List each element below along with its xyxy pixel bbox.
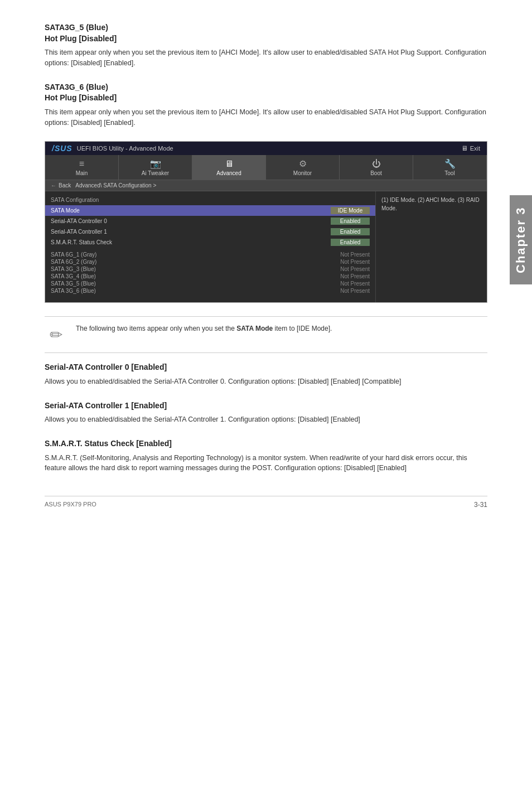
boot-icon: ⏻ [372, 159, 381, 169]
device-status-4: Not Present [340, 281, 370, 287]
nav-advanced[interactable]: 🖥 Advanced [192, 155, 266, 180]
device-row-2: SATA 3G_3 (Blue) Not Present [51, 265, 370, 273]
bios-title: UEFI BIOS Utility - Advanced Mode [77, 145, 173, 152]
nav-advanced-label: Advanced [216, 170, 241, 176]
sata3g5-title: SATA3G_5 (Blue)Hot Plug [Disabled] [45, 22, 487, 44]
main-icon: ≡ [79, 159, 84, 169]
bios-header-left: /SUS UEFI BIOS Utility - Advanced Mode [52, 144, 173, 153]
nav-monitor-label: Monitor [293, 170, 312, 176]
nav-monitor[interactable]: ⚙ Monitor [266, 155, 340, 180]
device-label-5: SATA 3G_6 (Blue) [51, 288, 96, 294]
sata-mode-value: IDE Mode [331, 207, 370, 214]
device-label-4: SATA 3G_5 (Blue) [51, 281, 96, 287]
device-label-2: SATA 3G_3 (Blue) [51, 266, 96, 272]
ai-tweaker-icon: 📷 [150, 158, 161, 169]
serial-ata-1-body: Allows you to enabled/disabled the Seria… [45, 414, 487, 425]
bios-exit-button[interactable]: 🖥 Exit [461, 144, 480, 152]
tool-icon: 🔧 [444, 158, 456, 169]
breadcrumb-back[interactable]: Back [59, 182, 71, 189]
sata-ctrl1-value: Enabled [331, 228, 370, 235]
bios-device-list: SATA 6G_1 (Gray) Not Present SATA 6G_2 (… [45, 248, 375, 298]
bios-row-smart[interactable]: S.M.A.R.T. Status Check Enabled [45, 237, 375, 248]
device-row-5: SATA 3G_6 (Blue) Not Present [51, 287, 370, 294]
back-arrow-icon: ← [51, 182, 56, 189]
smart-status-title: S.M.A.R.T. Status Check [Enabled] [45, 438, 487, 450]
section-sata3g6: SATA3G_6 (Blue)Hot Plug [Disabled] This … [45, 82, 487, 128]
device-status-3: Not Present [340, 273, 370, 279]
note-pencil-icon: ✏ [45, 323, 67, 346]
footer-product: ASUS P9X79 PRO [45, 501, 96, 509]
note-bold: SATA Mode [236, 325, 273, 332]
bios-row-sata-mode[interactable]: SATA Mode IDE Mode [45, 205, 375, 216]
note-box: ✏ The following two items appear only wh… [45, 316, 487, 353]
bios-section-label: SATA Configuration [45, 196, 375, 204]
bios-screenshot: /SUS UEFI BIOS Utility - Advanced Mode 🖥… [45, 141, 487, 303]
section-sata3g5: SATA3G_5 (Blue)Hot Plug [Disabled] This … [45, 22, 487, 69]
sata3g6-title: SATA3G_6 (Blue)Hot Plug [Disabled] [45, 82, 487, 104]
note-text-before: The following two items appear only when… [76, 325, 236, 332]
serial-ata-0-body: Allows you to enabled/disabled the Seria… [45, 376, 487, 387]
device-row-0: SATA 6G_1 (Gray) Not Present [51, 251, 370, 258]
device-label-1: SATA 6G_2 (Gray) [51, 259, 96, 265]
bios-breadcrumb: ← Back Advanced\ SATA Configuration > [45, 180, 487, 191]
device-label-0: SATA 6G_1 (Gray) [51, 252, 96, 258]
exit-label: Exit [470, 145, 480, 152]
bios-hint: (1) IDE Mode. (2) AHCI Mode. (3) RAID Mo… [381, 197, 480, 211]
nav-main-label: Main [76, 170, 88, 176]
nav-tool[interactable]: 🔧 Tool [413, 155, 487, 180]
nav-ai-tweaker-label: Ai Tweaker [142, 170, 169, 176]
device-status-0: Not Present [340, 252, 370, 258]
sata-ctrl0-value: Enabled [331, 218, 370, 225]
section-serial-ata-1: Serial-ATA Controller 1 [Enabled] Allows… [45, 400, 487, 425]
advanced-icon: 🖥 [225, 159, 234, 169]
nav-main[interactable]: ≡ Main [45, 155, 119, 180]
section-serial-ata-0: Serial-ATA Controller 0 [Enabled] Allows… [45, 362, 487, 386]
breadcrumb-path: Advanced\ SATA Configuration > [75, 182, 156, 189]
nav-boot-label: Boot [370, 170, 382, 176]
nav-ai-tweaker[interactable]: 📷 Ai Tweaker [119, 155, 192, 180]
bios-nav: ≡ Main 📷 Ai Tweaker 🖥 Advanced ⚙ Monitor… [45, 155, 487, 180]
bios-row-sata-ctrl1[interactable]: Serial-ATA Controller 1 Enabled [45, 226, 375, 237]
nav-boot[interactable]: ⏻ Boot [340, 155, 413, 180]
smart-status-body: S.M.A.R.T. (Self-Monitoring, Analysis an… [45, 453, 487, 474]
sata-ctrl1-label: Serial-ATA Controller 1 [51, 229, 331, 235]
page-number: 3-31 [474, 501, 487, 509]
bios-row-sata-ctrl0[interactable]: Serial-ATA Controller 0 Enabled [45, 216, 375, 226]
device-row-1: SATA 6G_2 (Gray) Not Present [51, 258, 370, 265]
bios-left-panel: SATA Configuration SATA Mode IDE Mode Se… [45, 191, 375, 302]
device-row-4: SATA 3G_5 (Blue) Not Present [51, 280, 370, 287]
device-status-1: Not Present [340, 259, 370, 265]
nav-tool-label: Tool [444, 170, 454, 176]
smart-label: S.M.A.R.T. Status Check [51, 239, 331, 245]
serial-ata-1-title: Serial-ATA Controller 1 [Enabled] [45, 400, 487, 412]
sata3g6-body: This item appear only when you set the p… [45, 107, 487, 128]
device-status-2: Not Present [340, 266, 370, 272]
bios-header: /SUS UEFI BIOS Utility - Advanced Mode 🖥… [45, 142, 487, 155]
bios-right-panel: (1) IDE Mode. (2) AHCI Mode. (3) RAID Mo… [375, 191, 487, 302]
serial-ata-0-title: Serial-ATA Controller 0 [Enabled] [45, 362, 487, 373]
sata3g5-body: This item appear only when you set the p… [45, 47, 487, 69]
device-status-5: Not Present [340, 288, 370, 294]
note-text: The following two items appear only when… [76, 323, 332, 334]
bios-content: SATA Configuration SATA Mode IDE Mode Se… [45, 191, 487, 302]
asus-logo: /SUS [52, 144, 72, 153]
sata-ctrl0-label: Serial-ATA Controller 0 [51, 218, 331, 224]
monitor-icon: ⚙ [299, 158, 307, 169]
exit-icon: 🖥 [461, 144, 468, 152]
footer: ASUS P9X79 PRO 3-31 [45, 496, 487, 509]
device-label-3: SATA 3G_4 (Blue) [51, 273, 96, 279]
chapter-label: Chapter 3 [510, 195, 532, 284]
sata-mode-label: SATA Mode [51, 207, 331, 214]
section-smart-status: S.M.A.R.T. Status Check [Enabled] S.M.A.… [45, 438, 487, 474]
device-row-3: SATA 3G_4 (Blue) Not Present [51, 273, 370, 280]
note-text-after: item to [IDE Mode]. [273, 325, 332, 332]
smart-value: Enabled [331, 239, 370, 246]
